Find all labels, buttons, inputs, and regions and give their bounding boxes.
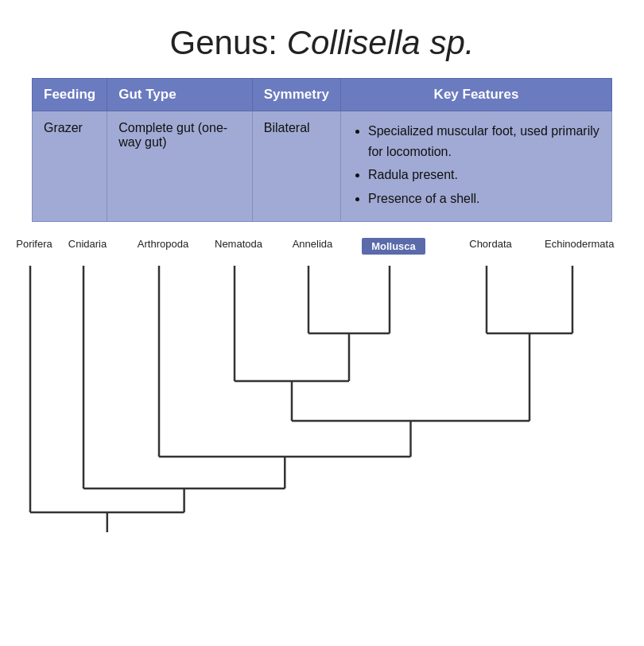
tree-label-arthropoda: Arthropoda	[131, 238, 195, 250]
table-row: Grazer Complete gut (one-way gut) Bilate…	[33, 111, 612, 222]
cell-symmetry: Bilateral	[252, 111, 340, 222]
phylogenetic-tree-area: PoriferaCnidariaArthropodaNematodaAnneli…	[0, 238, 644, 540]
cell-gut-type: Complete gut (one-way gut)	[107, 111, 253, 222]
tree-label-cnidaria: Cnidaria	[56, 238, 119, 250]
title-italic: Collisella sp.	[287, 24, 475, 61]
tree-label-nematoda: Nematoda	[207, 238, 270, 250]
tree-label-mollusca: Mollusca	[362, 238, 425, 255]
cell-key-features: Specialized muscular foot, used primaril…	[341, 111, 612, 222]
key-feature-item: Radula present.	[368, 165, 600, 185]
tree-label-annelida: Annelida	[281, 238, 344, 250]
col-symmetry: Symmetry	[252, 79, 340, 111]
key-features-list: Specialized muscular foot, used primaril…	[352, 121, 600, 208]
data-table-container: Feeding Gut Type Symmetry Key Features G…	[32, 78, 612, 222]
page-title: Genus: Collisella sp.	[0, 0, 644, 78]
col-feeding: Feeding	[33, 79, 107, 111]
tree-label-echinodermata: Echinodermata	[545, 238, 608, 250]
cell-feeding: Grazer	[33, 111, 107, 222]
tree-label-chordata: Chordata	[459, 238, 522, 250]
key-feature-item: Specialized muscular foot, used primaril…	[368, 121, 600, 162]
features-table: Feeding Gut Type Symmetry Key Features G…	[32, 78, 612, 222]
col-gut-type: Gut Type	[107, 79, 253, 111]
key-feature-item: Presence of a shell.	[368, 189, 600, 209]
title-prefix: Genus:	[170, 24, 287, 61]
tree-svg	[0, 262, 644, 540]
col-key-features: Key Features	[341, 79, 612, 111]
